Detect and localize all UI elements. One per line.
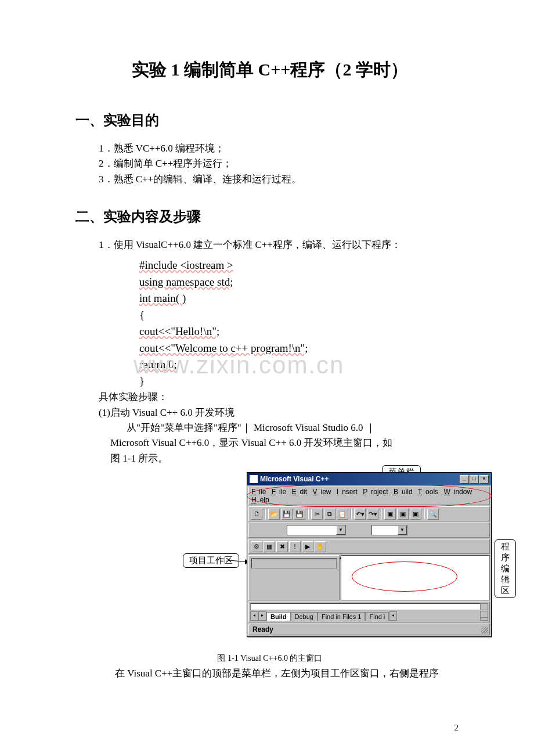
output-tab-debug[interactable]: Debug [291,612,317,621]
breakpoint-icon[interactable]: ✋ [315,541,326,552]
tab-nav-right-icon[interactable]: ▸ [258,611,266,621]
figure: 菜单栏 项目工作区 程序编辑区 Microsoft Visual C++ _ □… [75,472,464,646]
menu-item[interactable]: View [312,488,331,496]
tab-scroll-left-icon[interactable]: ◂ [389,611,397,621]
code-line: cout<<"Welcome to c++ program!\n"; [139,340,464,357]
steps-heading: 具体实验步骤： [75,390,464,405]
build-icon[interactable]: ▦ [264,541,275,552]
vc-workarea: ▴|× [248,555,490,600]
cut-icon[interactable]: ✂ [311,509,323,520]
step1-title: (1)启动 Visual C++ 6.0 开发环境 [75,405,464,420]
scroll-up-icon[interactable] [480,603,488,610]
save-all-icon[interactable]: 💾 [294,509,305,520]
code-line: cout<<"Hello!\n"; [139,323,464,340]
code-line: { [139,307,464,324]
vc-toolbar-main: 🗋 📂 💾 💾 ✂ ⧉ 📋 ↶▾ ↷▾ ▣ ▣ ▣ 🔍 [248,506,490,521]
output-tab-build[interactable]: Build [266,612,291,621]
page-title: 实验 1 编制简单 C++程序（2 学时） [75,58,464,82]
menu-item[interactable]: Tools [418,488,438,496]
chevron-down-icon[interactable]: ▼ [398,525,407,535]
window2-icon[interactable]: ▣ [397,509,409,520]
code-line: #include <iostream > [139,257,464,274]
output-panel[interactable]: ◂ ▸ Build Debug Find in Files 1 Find i ◂… [248,602,490,622]
section2-item1: 1．使用 VisualC++6.0 建立一个标准 C++程序，编译、运行以下程序… [75,237,464,253]
menu-item[interactable]: Insert [337,488,358,496]
menu-item[interactable]: File [251,488,266,496]
chevron-down-icon[interactable]: ▼ [336,525,345,535]
stop-build-icon[interactable]: ✖ [276,541,288,552]
output-text [250,603,488,610]
scroll-down-icon[interactable] [480,611,488,618]
execute-icon[interactable]: ! [289,541,301,552]
output-tab-find2[interactable]: Find i [365,612,389,621]
app-icon [250,475,258,483]
after-figure-text: 在 Visual C++主窗口的顶部是菜单栏，左侧为项目工作区窗口，右侧是程序 [75,666,464,681]
page: 实验 1 编制简单 C++程序（2 学时） 一、实验目的 1．熟悉 VC++6.… [0,0,534,756]
menu-item[interactable]: File [272,488,286,496]
code-line: } [139,373,464,390]
undo-icon[interactable]: ↶▾ [354,509,366,520]
find-icon[interactable]: 🔍 [427,509,439,520]
status-text: Ready [252,625,273,633]
close-button[interactable]: × [479,475,489,484]
open-icon[interactable]: 📂 [268,509,280,520]
paste-icon[interactable]: 📋 [337,509,348,520]
code-line: using namespace std; [139,274,464,291]
annotation-ellipse [352,561,457,592]
compile-icon[interactable]: ⚙ [251,541,262,552]
workspace-panel[interactable]: ▴|× [248,555,340,600]
new-icon[interactable]: 🗋 [251,509,262,520]
code-line: int main( ) [139,290,464,307]
redo-icon[interactable]: ↷▾ [367,509,378,520]
save-icon[interactable]: 💾 [281,509,293,520]
code-line: return 0; [139,357,464,373]
edit-area[interactable] [341,555,490,600]
code-block: #include <iostream > using namespace std… [139,257,464,390]
section1-list: 1．熟悉 VC++6.0 编程环境； 2．编制简单 C++程序并运行； 3．熟悉… [75,141,464,187]
section1-heading: 一、实验目的 [75,111,464,129]
vc-titlebar[interactable]: Microsoft Visual C++ _ □ × [247,473,491,485]
vc-toolbar-combo: ▼ ▼ [248,523,490,538]
vc-window: Microsoft Visual C++ _ □ × File File Edi… [247,472,492,637]
config-combo[interactable]: ▼ [287,525,346,535]
page-number: 2 [454,723,459,733]
section2-heading: 二、实验内容及步骤 [75,207,464,226]
maximize-button[interactable]: □ [470,475,479,484]
menu-item[interactable]: Window [443,488,472,496]
minimize-button[interactable]: _ [460,475,469,484]
menu-item[interactable]: Help [251,496,269,504]
go-icon[interactable]: ▶ [302,541,313,552]
list-item: 1．熟悉 VC++6.0 编程环境； [99,141,464,156]
window3-icon[interactable]: ▣ [410,509,421,520]
window1-icon[interactable]: ▣ [384,509,396,520]
step1-body: 从"开始"菜单中选择"程序"｜ Microsoft Visual Studio … [75,420,464,466]
active-combo[interactable]: ▼ [371,525,407,535]
list-item: 3．熟悉 C++的编辑、编译、连接和运行过程。 [99,172,464,187]
list-item: 2．编制简单 C++程序并运行； [99,156,464,171]
callout-workspace: 项目工作区 [183,553,239,568]
copy-icon[interactable]: ⧉ [324,509,335,520]
output-tab-find1[interactable]: Find in Files 1 [317,612,365,621]
status-bar: Ready [248,624,490,635]
vc-menubar[interactable]: File File Edit View Insert Project Build… [248,487,490,505]
vc-toolbar-build: ⚙ ▦ ✖ ! ▶ ✋ [248,539,490,554]
callout-editarea: 程序编辑区 [495,539,516,598]
figure-caption: 图 1-1 Visual C++6.0 的主窗口 [75,653,464,664]
menu-item[interactable]: Build [394,488,413,496]
tab-nav-left-icon[interactable]: ◂ [250,611,258,621]
resize-grip-icon[interactable] [481,627,488,633]
menu-item[interactable]: Edit [291,488,307,496]
window-title: Microsoft Visual C++ [260,475,329,483]
menu-item[interactable]: Project [363,488,388,496]
